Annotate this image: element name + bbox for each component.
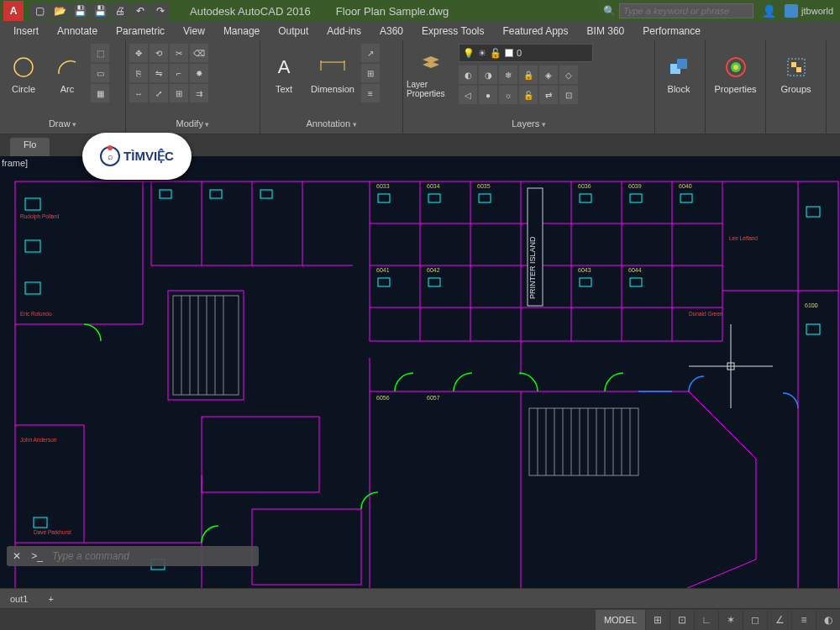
snap-icon[interactable]: ⊡	[670, 610, 694, 630]
tab-annotate[interactable]: Annotate	[49, 24, 106, 39]
dimension-button[interactable]: Dimension	[307, 44, 358, 104]
scale-icon[interactable]: ⤢	[150, 84, 168, 102]
stretch-icon[interactable]: ↔	[129, 84, 148, 102]
layer-match-icon[interactable]: ◇	[559, 66, 578, 84]
text-button[interactable]: A Text	[264, 44, 304, 104]
tab-a360[interactable]: A360	[371, 24, 412, 39]
search-input[interactable]	[619, 3, 753, 18]
dimension-icon	[319, 54, 346, 81]
signin-icon[interactable]: 👤	[757, 4, 781, 18]
grid-icon[interactable]: ⊞	[646, 610, 669, 630]
svg-rect-21	[252, 509, 361, 585]
layer-prev-icon[interactable]: ◁	[459, 86, 477, 104]
properties-button[interactable]: Properties	[709, 44, 762, 104]
layer-change-icon[interactable]: ⇄	[539, 86, 558, 104]
panel-title-layers[interactable]: Layers	[407, 117, 651, 130]
trim-icon[interactable]: ✂	[170, 44, 188, 62]
layer-thaw-icon[interactable]: ☼	[499, 86, 517, 104]
open-icon[interactable]: 📂	[50, 3, 69, 19]
move-icon[interactable]: ✥	[129, 44, 148, 62]
arc-button[interactable]: Arc	[47, 44, 87, 104]
layer-freeze-icon[interactable]: ❄	[499, 66, 517, 84]
command-close-icon[interactable]: ✕	[7, 546, 27, 566]
svg-text:6040: 6040	[679, 183, 692, 189]
tab-bim360[interactable]: BIM 360	[579, 24, 633, 39]
tab-parametric[interactable]: Parametric	[108, 24, 173, 39]
svg-text:6056: 6056	[376, 395, 390, 401]
tab-insert[interactable]: Insert	[5, 24, 47, 39]
panel-title-modify[interactable]: Modify	[129, 117, 256, 130]
model-space-button[interactable]: MODEL	[596, 610, 645, 630]
layer-iso-icon[interactable]: ◑	[479, 66, 497, 84]
panel-modify: ✥ ⟲ ✂ ⌫ ⎘ ⇋ ⌐ ✸ ↔ ⤢ ⊞ ⇉ Modify	[126, 40, 260, 134]
tab-featured[interactable]: Featured Apps	[494, 24, 576, 39]
layer-properties-icon	[417, 50, 444, 76]
command-input[interactable]	[47, 550, 259, 562]
document-tab-active[interactable]: Flo	[10, 138, 50, 156]
lineweight-icon[interactable]: ≡	[792, 610, 816, 630]
circle-button[interactable]: Circle	[3, 44, 44, 104]
save-icon[interactable]: 💾	[71, 3, 89, 19]
sun-icon: ☀	[478, 48, 486, 59]
leader-icon[interactable]: ↗	[361, 44, 380, 62]
layer-make-icon[interactable]: ◈	[539, 66, 558, 84]
fillet-icon[interactable]: ⌐	[170, 64, 188, 82]
rectangle-icon[interactable]: ▭	[91, 64, 109, 82]
groups-button[interactable]: Groups	[769, 44, 822, 104]
tab-performance[interactable]: Performance	[634, 24, 709, 39]
otrack-icon[interactable]: ∠	[768, 610, 791, 630]
panel-title-draw[interactable]: Draw	[3, 117, 122, 130]
redo-icon[interactable]: ↷	[151, 3, 170, 19]
ribbon-tabs: Insert Annotate Parametric View Manage O…	[0, 22, 840, 40]
array-icon[interactable]: ⊞	[170, 84, 188, 102]
ribbon: Circle Arc ⬚ ▭ ▦ Draw ✥ ⟲ ✂	[0, 40, 840, 134]
layer-off-icon[interactable]: ◐	[459, 66, 477, 84]
user-badge[interactable]: jtbworld	[785, 4, 833, 18]
tab-addins[interactable]: Add-ins	[318, 24, 370, 39]
new-icon[interactable]: ▢	[30, 3, 49, 19]
transparency-icon[interactable]: ◐	[816, 610, 840, 630]
layer-unlock-icon[interactable]: 🔓	[519, 86, 538, 104]
plot-icon[interactable]: 🖨	[111, 3, 129, 19]
undo-icon[interactable]: ↶	[131, 3, 150, 19]
block-button[interactable]: Block	[659, 44, 699, 104]
panel-title-annotation[interactable]: Annotation	[264, 117, 399, 130]
tab-view[interactable]: View	[175, 24, 213, 39]
layer-properties-button[interactable]: Layer Properties	[407, 44, 455, 104]
rotate-icon[interactable]: ⟲	[150, 44, 168, 62]
mtext-icon[interactable]: ≡	[361, 84, 380, 102]
mirror-icon[interactable]: ⇋	[150, 64, 168, 82]
hatch-icon[interactable]: ▦	[91, 84, 109, 102]
command-line[interactable]: ✕ >_	[7, 546, 259, 566]
svg-text:Rudolph Pollard: Rudolph Pollard	[20, 213, 60, 220]
arc-icon	[54, 54, 81, 81]
explode-icon[interactable]: ✸	[190, 64, 208, 82]
layout-tab-1[interactable]: out1	[0, 591, 38, 606]
panel-layers: Layer Properties 💡 ☀ 🔓 0 ◐ ◑ ❄ 🔒	[403, 40, 655, 134]
offset-icon[interactable]: ⇉	[190, 84, 208, 102]
panel-block: Block	[655, 40, 706, 134]
layer-dropdown[interactable]: 💡 ☀ 🔓 0	[459, 44, 593, 62]
svg-text:6033: 6033	[376, 183, 390, 189]
polar-icon[interactable]: ✶	[719, 610, 743, 630]
layout-tab-add[interactable]: +	[38, 591, 63, 606]
table-icon[interactable]: ⊞	[361, 64, 380, 82]
osnap-icon[interactable]: ◻	[743, 610, 767, 630]
layer-lock-icon[interactable]: 🔒	[519, 66, 538, 84]
drawing-canvas[interactable]: frame]	[0, 156, 840, 588]
copy-icon[interactable]: ⎘	[129, 64, 148, 82]
svg-rect-72	[479, 194, 491, 202]
svg-text:6041: 6041	[376, 267, 390, 273]
erase-icon[interactable]: ⌫	[190, 44, 208, 62]
ortho-icon[interactable]: ∟	[695, 610, 718, 630]
saveas-icon[interactable]: 💾	[91, 3, 109, 19]
tab-manage[interactable]: Manage	[215, 24, 268, 39]
polyline-icon[interactable]: ⬚	[91, 44, 109, 62]
tab-express[interactable]: Express Tools	[413, 24, 492, 39]
layout-tabs: out1 +	[0, 588, 840, 608]
layer-on-icon[interactable]: ●	[479, 86, 497, 104]
svg-rect-79	[630, 278, 642, 286]
tab-output[interactable]: Output	[270, 24, 317, 39]
app-logo-icon[interactable]: A	[3, 1, 24, 21]
layer-walk-icon[interactable]: ⊡	[559, 86, 578, 104]
